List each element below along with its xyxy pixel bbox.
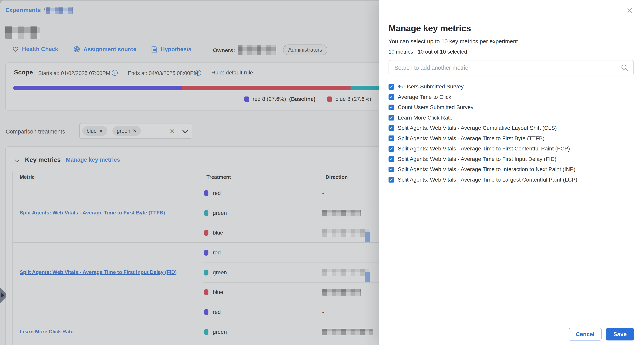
search-icon xyxy=(621,64,628,72)
search-placeholder: Search to add another metric xyxy=(389,65,621,71)
administrators-badge[interactable]: Administrators xyxy=(283,45,327,55)
metric-checkbox-item[interactable]: % Users Submitted Survey xyxy=(388,82,634,92)
chip-remove-icon[interactable]: ✕ xyxy=(133,128,136,134)
metric-checkbox-item[interactable]: Split Agents: Web Vitals - Average Time … xyxy=(388,175,634,185)
metric-link-ttfb[interactable]: Split Agents: Web Vitals - Average Time … xyxy=(20,209,165,216)
panel-title: Manage key metrics xyxy=(388,23,471,34)
metric-label: Split Agents: Web Vitals - Average Cumul… xyxy=(398,125,557,131)
comparison-treatments-select[interactable]: blue ✕ green ✕ ✕ xyxy=(79,123,192,139)
metric-checkbox-item[interactable]: Split Agents: Web Vitals - Average Time … xyxy=(388,133,634,144)
save-button[interactable]: Save xyxy=(606,328,634,340)
owners-label: Owners: xyxy=(213,47,235,54)
manage-key-metrics-panel: ✕ Manage key metrics You can select up t… xyxy=(379,0,644,345)
legend-baseline-tag: (Baseline) xyxy=(289,96,316,102)
metric-label: Split Agents: Web Vitals - Average Time … xyxy=(398,166,576,173)
breadcrumb-experiment-name-redacted[interactable] xyxy=(46,7,73,14)
metric-label: Split Agents: Web Vitals - Average Time … xyxy=(398,177,577,183)
checkbox-checked-icon[interactable] xyxy=(388,105,394,110)
redaction-fragment xyxy=(365,232,370,242)
info-icon[interactable]: i xyxy=(195,70,201,76)
info-icon[interactable]: i xyxy=(112,70,118,76)
treatment-dot-green xyxy=(204,329,208,335)
comparison-treatments-label: Comparison treatments xyxy=(6,128,65,135)
clear-selection-icon[interactable]: ✕ xyxy=(170,127,175,135)
treatment-dot-green xyxy=(204,270,208,275)
health-check-link[interactable]: Health Check xyxy=(12,46,58,52)
metric-label: Average Time to Click xyxy=(398,94,451,100)
chevron-down-icon[interactable] xyxy=(183,129,189,134)
experiment-meta-row: Health Check Assignment source Hypothesi… xyxy=(0,46,379,56)
key-metrics-header: Key metrics Manage key metrics xyxy=(16,156,120,163)
treatment-dot-red xyxy=(204,309,208,315)
legend-label-red: red 8 (27.6%) xyxy=(252,96,286,102)
metric-label: Count Users Submitted Survey xyxy=(398,104,473,111)
manage-key-metrics-link[interactable]: Manage key metrics xyxy=(66,157,120,163)
legend-item-blue: blue 8 (27.6%) xyxy=(327,96,371,102)
treatment-label: green xyxy=(213,269,227,276)
document-icon xyxy=(151,46,158,53)
metric-checkbox-item[interactable]: Average Time to Click xyxy=(388,92,634,102)
health-check-label: Health Check xyxy=(22,46,58,52)
cancel-button[interactable]: Cancel xyxy=(568,328,602,340)
metric-checkbox-item[interactable]: Split Agents: Web Vitals - Average Time … xyxy=(388,164,634,175)
checkbox-checked-icon[interactable] xyxy=(388,146,394,152)
checkbox-checked-icon[interactable] xyxy=(388,125,394,131)
assignment-source-label: Assignment source xyxy=(84,46,136,53)
scope-rule: Rule: default rule xyxy=(212,70,253,76)
treatment-dot-red xyxy=(204,250,208,256)
experiment-title-redacted xyxy=(5,26,40,39)
chip-remove-icon[interactable]: ✕ xyxy=(99,128,103,134)
checkbox-checked-icon[interactable] xyxy=(388,177,394,183)
direction-redacted xyxy=(322,269,370,276)
treatment-label: red xyxy=(213,249,221,256)
expand-arrow-icon[interactable] xyxy=(1,293,4,298)
treatment-dot-green xyxy=(204,210,208,216)
owners-redacted xyxy=(238,45,276,55)
direction-redacted xyxy=(322,210,361,216)
direction-value: - xyxy=(322,309,324,315)
assignment-source-link[interactable]: Assignment source xyxy=(73,46,136,53)
metric-label: Learn More Click Rate xyxy=(398,115,453,121)
redaction-fragment xyxy=(365,272,370,282)
metric-checkbox-item[interactable]: Learn More Click Rate xyxy=(388,113,634,123)
column-header-treatment: Treatment xyxy=(203,174,316,180)
checkbox-checked-icon[interactable] xyxy=(388,84,394,90)
breadcrumb-separator: / xyxy=(44,7,45,14)
scope-ends-at: Ends at: 04/03/2025 08:00PM xyxy=(128,70,198,76)
treatment-dot-blue xyxy=(204,289,208,295)
breadcrumb-experiments-link[interactable]: Experiments xyxy=(5,7,41,14)
metric-checkbox-item[interactable]: Count Users Submitted Survey xyxy=(388,102,634,113)
treatment-label: blue xyxy=(213,230,223,236)
select-divider xyxy=(179,127,179,135)
breadcrumb: Experiments / xyxy=(5,7,45,14)
metric-checkbox-item[interactable]: Split Agents: Web Vitals - Average Time … xyxy=(388,144,634,154)
checkbox-checked-icon[interactable] xyxy=(388,136,394,141)
metrics-count: 10 metrics · 10 out of 10 selected xyxy=(388,49,467,55)
metric-link-learn-more[interactable]: Learn More Click Rate xyxy=(20,328,74,335)
metric-checkbox-item[interactable]: Split Agents: Web Vitals - Average Cumul… xyxy=(388,123,634,133)
treatment-label: blue xyxy=(213,289,223,295)
bar-segment-red xyxy=(13,86,182,90)
column-header-metric: Metric xyxy=(12,174,203,180)
panel-subtitle: You can select up to 10 key metrics per … xyxy=(388,38,518,45)
legend-item-red: red 8 (27.6%) (Baseline) xyxy=(244,96,315,102)
hypothesis-link[interactable]: Hypothesis xyxy=(151,46,191,53)
metric-search-input[interactable]: Search to add another metric xyxy=(388,60,634,75)
app-window: Experiments / Health Check Assignment so… xyxy=(0,0,644,345)
metric-checkbox-item[interactable]: Split Agents: Web Vitals - Average Time … xyxy=(388,154,634,164)
administrators-badge-label: Administrators xyxy=(288,47,322,53)
close-icon[interactable]: ✕ xyxy=(626,7,633,15)
checkbox-checked-icon[interactable] xyxy=(388,167,394,172)
heart-icon xyxy=(12,46,19,52)
scope-title: Scope xyxy=(14,69,33,76)
treatment-chip-blue[interactable]: blue ✕ xyxy=(82,126,107,136)
collapse-chevron-icon[interactable] xyxy=(15,158,20,162)
checkbox-checked-icon[interactable] xyxy=(388,115,394,121)
scope-starts-at: Starts at: 01/02/2025 07:00PM xyxy=(38,70,110,76)
window-frame xyxy=(0,0,379,1)
metric-link-fid[interactable]: Split Agents: Web Vitals - Average Time … xyxy=(20,269,176,276)
checkbox-checked-icon[interactable] xyxy=(388,156,394,162)
treatment-chip-green[interactable]: green ✕ xyxy=(112,126,141,136)
target-icon xyxy=(73,46,80,53)
checkbox-checked-icon[interactable] xyxy=(388,94,394,100)
